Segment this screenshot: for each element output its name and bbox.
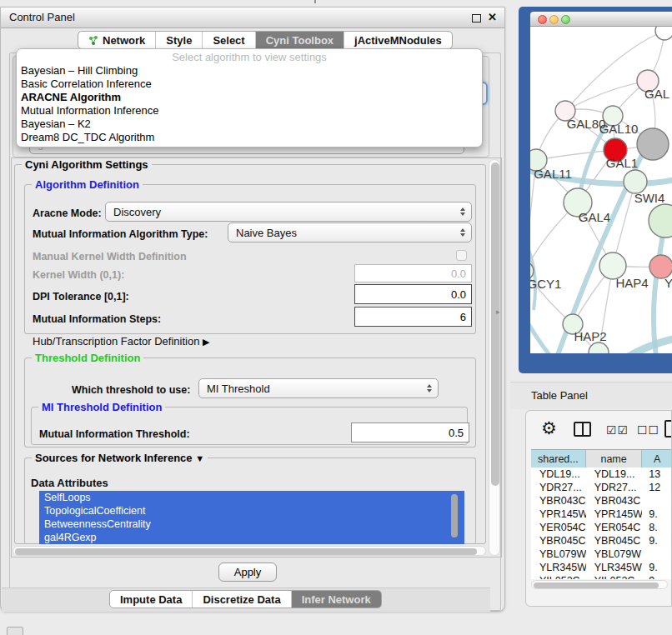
table-cell: YIL052C [531,574,586,579]
minimize-traffic-light[interactable] [549,15,559,24]
network-node[interactable] [649,204,672,238]
attribute-list-item[interactable]: gal4RGexp [39,531,464,544]
data-attributes-list[interactable]: SelfLoopsTopologicalCoefficientBetweenne… [39,491,464,544]
table-row[interactable]: YIL052CYIL052C9. [531,574,672,579]
node-label: GAL10 [599,122,639,136]
table-row[interactable]: YDR27...YDR27...12 [531,481,672,494]
checked-pair-icon[interactable]: ☑☑ [606,423,629,437]
tab-infer-network[interactable]: Infer Network [292,591,381,608]
table-cell: YDL19... [586,468,643,481]
table-cell: 13 [642,468,672,481]
network-node[interactable] [655,27,672,40]
aracne-mode-label: Aracne Mode: [33,208,102,219]
aracne-mode-combobox[interactable]: Discovery [105,202,472,222]
tab-label: Cyni Toolbox [266,34,333,47]
dropdown-item[interactable]: Mutual Information Inference [17,104,482,118]
tab-discretize-data[interactable]: Discretize Data [193,591,291,608]
attribute-list-item[interactable]: BetweennessCentrality [39,518,464,531]
node-label: GAL4 [579,210,610,224]
network-node-swi4[interactable] [624,170,647,193]
algorithm-dropdown-popup: Select algorithm to view settings Bayesi… [16,48,483,148]
column-header[interactable]: A [642,450,672,468]
document-icon[interactable] [664,420,672,438]
zoom-traffic-light[interactable] [561,15,570,24]
hub-definition-text: Hub/Transcription Factor Definition [33,335,199,348]
gear-icon[interactable]: ⚙ [541,418,557,438]
mi-threshold-label: Mutual Information Threshold: [39,428,190,440]
which-threshold-value: MI Threshold [207,382,270,395]
network-node-y[interactable] [649,255,672,278]
table-horizontal-scrollbar[interactable] [531,580,668,589]
network-graph[interactable]: GALGAL80GAL10GAL1GAL11SWI4GAL4GCY1HAP4YH… [530,27,672,353]
horizontal-scrollbar[interactable] [13,546,486,556]
dropdown-item[interactable]: ARACNE Algorithm [17,91,482,104]
mi-threshold-field[interactable]: 0.5 [351,422,469,442]
network-edge-thick[interactable] [654,221,665,353]
control-panel-window: Control Panel ✕ NetworkStyleSelectCyni T… [0,7,505,612]
attribute-list-item[interactable]: TopologicalCoefficient [39,504,464,518]
mi-algorithm-type-value: Naive Bayes [236,227,297,239]
mi-algorithm-type-label: Mutual Information Algorithm Type: [33,228,208,240]
mi-steps-field[interactable]: 6 [354,307,472,327]
mi-threshold-value: 0.5 [449,427,464,439]
control-panel-titlebar[interactable]: Control Panel ✕ [1,8,504,28]
float-window-icon[interactable] [472,14,481,22]
network-edge-thick[interactable] [530,310,555,353]
table-hscroll-thumb[interactable] [534,582,659,588]
data-attributes-label: Data Attributes [31,477,108,489]
manual-kernel-width-checkbox[interactable] [456,250,467,261]
bottom-left-chip[interactable] [7,627,23,635]
attribute-list-item[interactable]: SelfLoops [39,491,464,504]
vertical-scrollbar[interactable] [489,159,500,556]
network-edge[interactable] [565,81,648,111]
table-row[interactable]: YBR043CYBR043C [531,494,672,508]
hub-definition-label[interactable]: Hub/Transcription Factor Definition ▶ [33,335,209,348]
dpi-tolerance-field[interactable]: 0.0 [354,284,472,304]
horizontal-scrollbar-thumb[interactable] [15,548,477,555]
dropdown-items: Bayesian – Hill ClimbingBasic Correlatio… [17,64,482,144]
vertical-scrollbar-thumb[interactable] [491,162,499,486]
column-header[interactable]: shared... [531,450,586,468]
network-window-titlebar[interactable] [530,12,672,27]
collapse-down-icon[interactable]: ▼ [195,453,204,463]
table-row[interactable]: YLR345WYLR345W9. [531,561,672,574]
kernel-width-field[interactable]: 0.0 [354,264,472,282]
dropdown-item[interactable]: Bayesian – Hill Climbing [17,64,482,78]
splitpane-handle-icon[interactable]: ▸ [496,308,500,316]
dropdown-item[interactable]: Basic Correlation Inference [17,78,482,91]
tab-style[interactable]: Style [156,32,203,48]
close-traffic-light[interactable] [538,15,547,24]
close-icon[interactable]: ✕ [488,11,497,23]
tab-impute-data[interactable]: Impute Data [110,591,193,608]
mi-steps-value: 6 [460,311,466,323]
expand-right-icon[interactable]: ▶ [203,337,209,347]
tab-jactivemnodules[interactable]: jActiveMNodules [344,32,452,48]
tab-select[interactable]: Select [203,32,255,48]
network-view-window[interactable]: GALGAL80GAL10GAL1GAL11SWI4GAL4GCY1HAP4YH… [519,7,672,373]
network-node[interactable] [589,342,609,353]
table-row[interactable]: YBL079WYBL079W [531,548,672,561]
tab-network[interactable]: Network [78,32,156,48]
column-header[interactable]: name [586,450,643,468]
unchecked-pair-icon[interactable]: ☐☐ [637,423,659,437]
table-cell: YLR345W [586,561,643,574]
mi-algorithm-type-combobox[interactable]: Naive Bayes [228,222,472,242]
table-row[interactable]: YBR045CYBR045C9. [531,534,672,548]
combo-arrows-icon [427,384,432,392]
table-row[interactable]: YER054CYER054C8. [531,521,672,534]
split-columns-icon[interactable] [574,422,591,437]
tab-cyni-toolbox[interactable]: Cyni Toolbox [256,32,344,48]
network-node[interactable] [637,128,669,160]
network-edge-thick[interactable] [620,337,672,353]
apply-button[interactable]: Apply [218,562,277,582]
dropdown-item[interactable]: Bayesian – K2 [17,118,482,131]
which-threshold-combobox[interactable]: MI Threshold [198,378,439,398]
table-body: YDL19...YDL19...13YDR27...YDR27...12YBR0… [531,468,672,579]
table-row[interactable]: YPR145WYPR145W9. [531,508,672,521]
table-cell: YBL079W [531,548,586,561]
network-canvas[interactable]: GALGAL80GAL10GAL1GAL11SWI4GAL4GCY1HAP4YH… [530,27,672,353]
dropdown-item[interactable]: Dream8 DC_TDC Algorithm [17,131,482,144]
list-scrollbar-thumb[interactable] [451,494,458,538]
tab-label: Network [103,34,145,47]
table-row[interactable]: YDL19...YDL19...13 [531,468,672,481]
